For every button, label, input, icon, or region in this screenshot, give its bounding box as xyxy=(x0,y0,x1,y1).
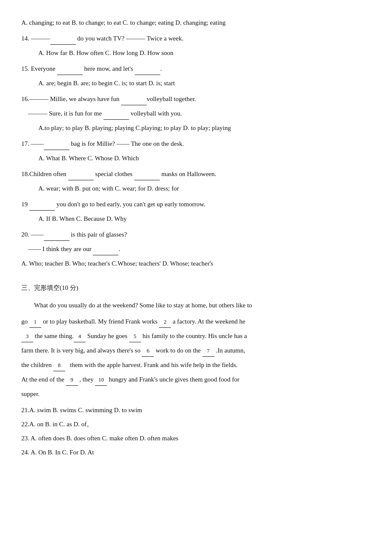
passage-line5: the children 8 them with the apple harve… xyxy=(21,358,371,371)
q14-blank xyxy=(50,33,76,45)
q16-stem-line: 16.——— Millie, we always have fun volley… xyxy=(21,93,371,105)
q16-options: A.to play; to play B. playing; playing C… xyxy=(38,122,371,134)
passage-line6: At the end of the 9 , they 10 hungry and… xyxy=(21,373,371,386)
q18-stem-line: 18.Children often special clothes masks … xyxy=(21,168,371,180)
q20-stem-line: 20. —— is this pair of glasses? xyxy=(21,229,371,241)
q20-options: A. Who; teacher B. Who; teacher's C.Whos… xyxy=(21,258,371,269)
blank-2: 2 xyxy=(159,316,171,328)
q17-options: A. What B. Where C. Whose D. Which xyxy=(38,153,371,164)
q20-reply-line: —— I think they are our . xyxy=(28,243,371,255)
blank-6: 6 xyxy=(142,345,154,357)
blank-7: 7 xyxy=(202,345,214,357)
passage-line1: What do you usually do at the weekend? S… xyxy=(21,299,371,312)
q22-line: 22.A. on B. in C. as D. of。 xyxy=(21,419,371,430)
q20-blank1 xyxy=(44,229,69,241)
page-content: A. changing; to eat B. to change; to eat… xyxy=(21,17,371,458)
section3-title: 三、完形填空(10 分) xyxy=(21,282,371,294)
q14-options: A. How far B. How often C. How long D. H… xyxy=(38,47,371,59)
q23-line: 23. A. often does B. does often C. make … xyxy=(21,433,371,444)
passage-line4: farm there. It is very big, and always t… xyxy=(21,344,371,357)
q15-blank1 xyxy=(57,63,83,75)
q20-blank2 xyxy=(93,243,118,255)
q17-blank xyxy=(44,138,69,150)
q18-options: A. wear; with B. put on; with C. wear; f… xyxy=(38,183,371,194)
q17-stem-line: 17. —— bag is for Millie? —— The one on … xyxy=(21,138,371,150)
q15-options: A. are; begin B. are; to begin C. is; to… xyxy=(38,78,371,89)
q14-stem-line: 14. ——— do you watch TV? ——— Twice a wee… xyxy=(21,33,371,45)
q14-num: 14. ——— xyxy=(21,35,50,42)
q19-blank xyxy=(29,199,55,211)
q16-reply-line: ——— Sure, it is fun for me volleyball wi… xyxy=(28,108,371,120)
blank-8: 8 xyxy=(53,360,65,371)
q18-blank1 xyxy=(68,168,94,180)
blank-4: 4 xyxy=(74,331,86,342)
blank-9: 9 xyxy=(66,374,78,386)
blank-5: 5 xyxy=(129,331,141,342)
q16-blank1 xyxy=(121,93,147,105)
blank-1: 1 xyxy=(29,316,41,328)
intro-options-text: A. changing; to eat B. to change; to eat… xyxy=(21,19,225,26)
q19-options: A. If B. When C. Because D. Why xyxy=(38,213,371,225)
q18-blank2 xyxy=(134,168,160,180)
q21-line: 21.A. swim B. swims C. swimming D. to sw… xyxy=(21,405,371,416)
intro-options-line: A. changing; to eat B. to change; to eat… xyxy=(21,17,371,29)
q14-text: do you watch TV? ——— Twice a week. xyxy=(76,35,184,42)
q15-blank2 xyxy=(135,63,160,75)
passage-line2: go 1 or to play basketball. My friend Fr… xyxy=(21,315,371,328)
blank-3: 3 xyxy=(21,331,33,342)
passage-line3: 3 the same thing.4 Sunday he goes 5 his … xyxy=(21,330,371,342)
q24-line: 24. A. On B. In C. For D. At xyxy=(21,447,371,458)
q16-blank2 xyxy=(104,108,129,120)
passage-line7: supper. xyxy=(21,387,371,400)
q19-stem-line: 19 you don't go to bed early, you can't … xyxy=(21,199,371,211)
q15-stem-line: 15. Everyone here mow, and let's . xyxy=(21,63,371,75)
blank-10: 10 xyxy=(95,374,107,386)
